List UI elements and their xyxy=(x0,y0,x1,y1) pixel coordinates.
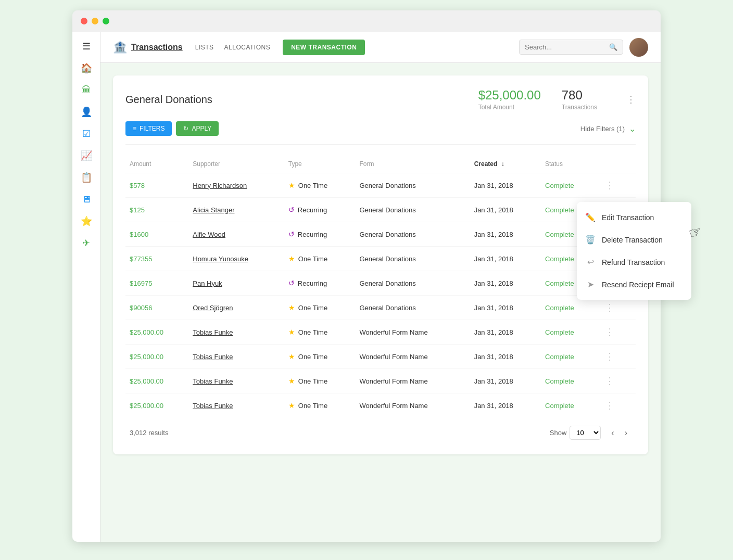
row-menu-button[interactable]: ⋮ xyxy=(601,350,618,363)
status-cell: Complete xyxy=(541,393,597,418)
amount-cell: $1600 xyxy=(125,222,188,247)
created-cell: Jan 31, 2018 xyxy=(470,222,541,247)
refund-transaction-menu-item[interactable]: ↩ Refund Transaction xyxy=(577,251,691,273)
table-row: $16975 Pan Hyuk ↺Recurring General Donat… xyxy=(125,271,636,296)
sidebar-item-check[interactable]: ☑ xyxy=(77,124,96,143)
supporter-link[interactable]: Alicia Stanger xyxy=(193,206,234,214)
delete-transaction-menu-item[interactable]: 🗑️ Delete Transaction xyxy=(577,228,691,251)
type-cell: ↺Recurring xyxy=(284,222,356,247)
created-cell: Jan 31, 2018 xyxy=(470,369,541,393)
form-cell: Wonderful Form Name xyxy=(355,345,470,369)
refund-icon: ↩ xyxy=(585,257,596,267)
status-badge: Complete xyxy=(545,182,574,189)
sidebar-item-home[interactable]: 🏠 xyxy=(77,59,96,78)
delete-icon: 🗑️ xyxy=(585,235,596,245)
amount-link[interactable]: $25,000.00 xyxy=(130,353,163,361)
created-cell: Jan 31, 2018 xyxy=(470,247,541,271)
sidebar-item-star[interactable]: ⭐ xyxy=(77,212,96,231)
card-menu-button[interactable]: ⋮ xyxy=(626,94,636,105)
form-cell: General Donations xyxy=(355,271,470,296)
sidebar-item-monitor[interactable]: 🖥 xyxy=(77,190,96,209)
table-row: $25,000.00 Tobias Funke ★One Time Wonder… xyxy=(125,320,636,345)
new-transaction-button[interactable]: NEW TRANSACTION xyxy=(283,40,365,55)
logo-icon: 🏦 xyxy=(113,41,127,54)
apply-button[interactable]: ↻ APPLY xyxy=(176,121,219,136)
card-header: General Donations $25,000.00 Total Amoun… xyxy=(125,88,636,111)
row-menu-button[interactable]: ⋮ xyxy=(601,179,618,192)
row-menu-button[interactable]: ⋮ xyxy=(601,326,618,338)
sidebar-item-send[interactable]: ✈ xyxy=(77,234,96,252)
amount-cell: $25,000.00 xyxy=(125,345,188,369)
amount-link[interactable]: $125 xyxy=(130,206,145,214)
amount-link[interactable]: $25,000.00 xyxy=(130,328,163,336)
form-cell: General Donations xyxy=(355,247,470,271)
supporter-cell: Tobias Funke xyxy=(188,345,284,369)
supporter-link[interactable]: Tobias Funke xyxy=(193,377,233,385)
sidebar-item-chart[interactable]: 📈 xyxy=(77,146,96,165)
maximize-button[interactable] xyxy=(103,18,109,24)
sidebar-item-people[interactable]: 👤 xyxy=(77,103,96,121)
supporter-link[interactable]: Ored Sjögren xyxy=(193,304,233,312)
form-cell: General Donations xyxy=(355,222,470,247)
table-row: $77355 Homura Yunosuke ★One Time General… xyxy=(125,247,636,271)
avatar-image xyxy=(629,38,648,57)
hide-filters-toggle[interactable]: Hide Filters (1) ⌄ xyxy=(580,124,636,134)
prev-page-button[interactable]: ‹ xyxy=(607,426,618,440)
row-menu-button[interactable]: ⋮ xyxy=(601,375,618,387)
sidebar-item-list[interactable]: 📋 xyxy=(77,168,96,187)
close-button[interactable] xyxy=(81,18,87,24)
filters-bar: ≡ FILTERS ↻ APPLY Hide Filters (1) ⌄ xyxy=(125,121,636,145)
show-label: Show xyxy=(550,429,567,437)
amount-link[interactable]: $90056 xyxy=(130,304,152,312)
nav-allocations[interactable]: ALLOCATIONS xyxy=(224,44,271,51)
amount-link[interactable]: $25,000.00 xyxy=(130,402,163,410)
supporter-cell: Tobias Funke xyxy=(188,369,284,393)
type-cell: ★One Time xyxy=(284,393,356,418)
status-badge: Complete xyxy=(545,353,574,361)
type-star-icon: ★ xyxy=(288,254,295,263)
search-input[interactable] xyxy=(525,43,606,51)
status-cell: Complete xyxy=(541,345,597,369)
form-cell: Wonderful Form Name xyxy=(355,393,470,418)
amount-link[interactable]: $578 xyxy=(130,182,145,189)
type-cell: ★One Time xyxy=(284,320,356,345)
action-cell: ⋮ xyxy=(597,173,636,198)
per-page-select[interactable]: 10 25 50 100 xyxy=(570,426,601,440)
sidebar-item-bank[interactable]: 🏛 xyxy=(77,81,96,99)
show-per-page: Show 10 25 50 100 xyxy=(550,426,601,440)
supporter-link[interactable]: Homura Yunosuke xyxy=(193,255,248,263)
amount-link[interactable]: $77355 xyxy=(130,255,152,263)
supporter-link[interactable]: Tobias Funke xyxy=(193,353,233,361)
nav-lists[interactable]: LISTS xyxy=(195,44,214,51)
hamburger-menu[interactable]: ☰ xyxy=(77,37,96,56)
minimize-button[interactable] xyxy=(92,18,98,24)
type-recurring-icon: ↺ xyxy=(288,206,295,214)
type-label: Recurring xyxy=(298,279,327,287)
search-box[interactable]: 🔍 xyxy=(519,40,623,55)
table-row: $578 Henry Richardson ★One Time General … xyxy=(125,173,636,198)
chart-icon: 📈 xyxy=(81,150,92,161)
supporter-link[interactable]: Tobias Funke xyxy=(193,402,233,410)
col-created[interactable]: Created ↓ xyxy=(470,155,541,173)
action-cell: ⋮ xyxy=(597,345,636,369)
type-star-icon: ★ xyxy=(288,377,295,385)
header-right: 🔍 xyxy=(519,38,648,57)
amount-link[interactable]: $1600 xyxy=(130,231,148,238)
amount-cell: $25,000.00 xyxy=(125,393,188,418)
edit-transaction-menu-item[interactable]: ✏️ Edit Transaction xyxy=(577,206,691,228)
supporter-link[interactable]: Tobias Funke xyxy=(193,328,233,336)
next-page-button[interactable]: › xyxy=(621,426,631,440)
row-menu-button[interactable]: ⋮ xyxy=(601,301,618,314)
supporter-cell: Alicia Stanger xyxy=(188,198,284,222)
supporter-link[interactable]: Pan Hyuk xyxy=(193,279,222,287)
row-menu-button[interactable]: ⋮ xyxy=(601,399,618,412)
resend-email-menu-item[interactable]: ➤ Resend Reciept Email xyxy=(577,273,691,296)
supporter-link[interactable]: Henry Richardson xyxy=(193,182,247,189)
transactions-count-value: 780 xyxy=(562,88,597,103)
supporter-link[interactable]: Alfie Wood xyxy=(193,231,225,238)
type-cell: ↺Recurring xyxy=(284,198,356,222)
amount-link[interactable]: $25,000.00 xyxy=(130,377,163,385)
amount-link[interactable]: $16975 xyxy=(130,279,152,287)
filters-button[interactable]: ≡ FILTERS xyxy=(125,121,172,136)
form-cell: Wonderful Form Name xyxy=(355,369,470,393)
